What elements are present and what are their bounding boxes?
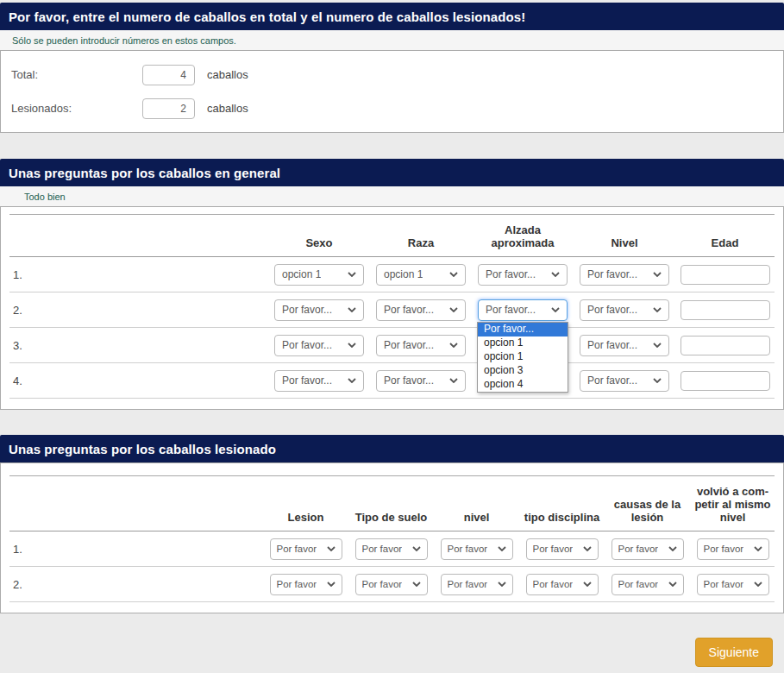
chevron-down-icon [412, 582, 421, 587]
sexo-select[interactable]: opcion 1 [274, 264, 364, 286]
total-field-row: Total: caballos [11, 63, 773, 86]
table-row: 4. Por favor... Por favor... Por favor..… [9, 363, 775, 399]
alzada-select-open[interactable]: Por favor... [478, 299, 568, 321]
dropdown-option-selected[interactable]: Por favor... [478, 323, 568, 336]
chevron-down-icon [653, 307, 662, 312]
dropdown-option[interactable]: opcion 3 [478, 364, 568, 378]
lesion-select[interactable]: Por favor [270, 574, 342, 595]
lesionados-field-row: Lesionados: caballos [11, 97, 773, 120]
chevron-down-icon [348, 272, 356, 277]
col-header-sexo: Sexo [268, 236, 370, 249]
chevron-down-icon [449, 343, 458, 348]
section2-title: Unas preguntas por los caballos en gener… [0, 159, 784, 186]
chevron-down-icon [653, 272, 662, 277]
alzada-select[interactable]: Por favor... [478, 264, 568, 286]
siguiente-button[interactable]: Siguiente [695, 638, 773, 667]
chevron-down-icon [668, 546, 677, 551]
section1-helper-text: Sólo se pueden introducir números en est… [0, 30, 784, 50]
dropdown-option[interactable]: opcion 1 [478, 350, 568, 364]
chevron-down-icon [327, 582, 336, 587]
dropdown-option[interactable]: opcion 1 [478, 336, 568, 350]
tipo-disciplina-select[interactable]: Por favor [526, 538, 599, 560]
chevron-down-icon [449, 272, 458, 277]
table-row: 2. Por favor... Por favor... Por favor..… [9, 292, 775, 328]
edad-input[interactable] [681, 265, 770, 285]
row-number: 3. [9, 339, 268, 352]
chevron-down-icon [583, 582, 592, 587]
row-number: 4. [9, 374, 268, 387]
nivel-select[interactable]: Por favor [441, 538, 513, 560]
raza-select[interactable]: Por favor... [376, 299, 466, 321]
dropdown-option[interactable]: opcion 4 [478, 378, 568, 392]
chevron-down-icon [498, 546, 506, 551]
sexo-select[interactable]: Por favor... [274, 370, 364, 392]
nivel-select[interactable]: Por favor... [580, 299, 669, 321]
causas-select[interactable]: Por favor [612, 574, 684, 595]
lesion-select[interactable]: Por favor [270, 538, 342, 560]
nivel-select[interactable]: Por favor... [580, 335, 669, 356]
col-header-causas: causas de la lesión [605, 498, 690, 524]
row-number: 2. [9, 304, 268, 317]
section1-title: Por favor, entre el numero de caballos e… [0, 3, 784, 30]
table-row: 2. Por favor Por favor Por favor Por fav… [9, 567, 775, 602]
col-header-raza: Raza [370, 236, 472, 249]
edad-input[interactable] [681, 300, 770, 320]
total-unit-label: caballos [207, 68, 248, 81]
table-row: 1. Por favor Por favor Por favor Por fav… [9, 531, 775, 567]
tipo-suelo-select[interactable]: Por favor [355, 538, 428, 560]
nivel-select[interactable]: Por favor... [580, 370, 669, 392]
section3-panel: Lesion Tipo de suelo nivel tipo discipli… [0, 462, 784, 613]
col-header-alzada: Alzada aproximada [472, 223, 574, 249]
tipo-disciplina-select[interactable]: Por favor [526, 574, 599, 595]
lesionados-label: Lesionados: [11, 102, 142, 115]
col-header-tipo-suelo: Tipo de suelo [348, 511, 434, 524]
chevron-down-icon [348, 343, 356, 348]
col-header-nivel: Nivel [574, 236, 675, 249]
volvio-competir-select[interactable]: Por favor [697, 574, 769, 595]
chevron-down-icon [653, 378, 662, 383]
section2-panel: Sexo Raza Alzada aproximada Nivel Edad 1… [0, 206, 784, 410]
footer: Siguiente [0, 638, 784, 667]
table-row: 3. Por favor... Por favor... Por favor..… [9, 328, 775, 363]
chevron-down-icon [348, 378, 356, 383]
chevron-down-icon [449, 307, 458, 312]
sexo-select[interactable]: Por favor... [274, 335, 364, 356]
causas-select[interactable]: Por favor [612, 538, 684, 560]
nivel-select[interactable]: Por favor... [580, 264, 669, 286]
chevron-down-icon [498, 582, 506, 587]
col-header-tipo-disciplina: tipo disciplina [519, 511, 605, 524]
chevron-down-icon [668, 582, 677, 587]
col-header-nivel: nivel [434, 511, 519, 524]
raza-select[interactable]: opcion 1 [376, 264, 466, 286]
section1-panel: Total: caballos Lesionados: caballos [0, 50, 784, 133]
section3-title: Unas preguntas por los caballos lesionad… [0, 435, 784, 462]
row-number: 1. [9, 543, 263, 556]
chevron-down-icon [327, 546, 336, 551]
chevron-down-icon [754, 546, 762, 551]
alzada-dropdown-menu: Por favor... opcion 1 opcion 1 opcion 3 … [477, 322, 568, 393]
lesionados-input[interactable] [142, 98, 195, 119]
general-horses-table: Sexo Raza Alzada aproximada Nivel Edad 1… [9, 214, 775, 399]
injured-horses-table: Lesion Tipo de suelo nivel tipo discipli… [9, 475, 775, 602]
raza-select[interactable]: Por favor... [376, 370, 466, 392]
edad-input[interactable] [681, 336, 770, 355]
chevron-down-icon [551, 272, 560, 277]
volvio-competir-select[interactable]: Por favor [697, 538, 769, 560]
total-label: Total: [11, 68, 142, 81]
sexo-select[interactable]: Por favor... [274, 299, 364, 321]
col-header-lesion: Lesion [263, 511, 348, 524]
chevron-down-icon [412, 546, 421, 551]
chevron-down-icon [754, 582, 762, 587]
tipo-suelo-select[interactable]: Por favor [355, 574, 428, 595]
row-number: 1. [9, 268, 268, 281]
section2-helper-text: Todo bien [0, 186, 784, 206]
chevron-down-icon [583, 546, 592, 551]
chevron-down-icon [449, 378, 458, 383]
row-number: 2. [9, 578, 263, 591]
chevron-down-icon [348, 307, 356, 312]
raza-select[interactable]: Por favor... [376, 335, 466, 356]
total-input[interactable] [142, 65, 195, 85]
edad-input[interactable] [681, 371, 770, 391]
chevron-down-icon [551, 307, 560, 312]
nivel-select[interactable]: Por favor [441, 574, 513, 595]
